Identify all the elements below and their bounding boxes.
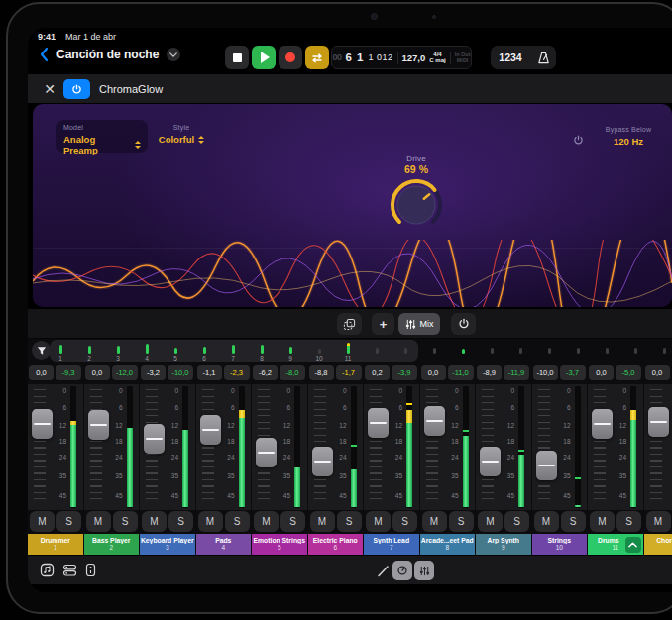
drive-knob[interactable] xyxy=(387,175,446,235)
chevron-up-icon[interactable] xyxy=(625,537,641,553)
duplicate-button[interactable] xyxy=(337,313,362,335)
track-name-tab[interactable]: Bass Player 2 xyxy=(84,534,140,555)
channel-volume-value[interactable]: -1,1 xyxy=(197,365,222,380)
mute-button[interactable]: M xyxy=(254,511,279,532)
fader-scale-label: 35 xyxy=(276,472,290,479)
channel-volume-value[interactable]: -8,9 xyxy=(477,365,502,380)
solo-button[interactable]: S xyxy=(225,511,250,532)
channel-navigator[interactable]: 1234567891011 xyxy=(28,339,672,362)
track-name-tab[interactable]: Emotion Strings 5 xyxy=(252,534,307,555)
style-selector[interactable]: Style Colorful xyxy=(150,120,213,153)
level-control[interactable]: Level 0.0 xyxy=(665,126,672,147)
solo-button[interactable]: S xyxy=(504,511,529,532)
model-selector[interactable]: Model Analog Preamp xyxy=(56,120,148,153)
fader-handle[interactable] xyxy=(200,415,221,445)
mixer-panel-button[interactable] xyxy=(414,561,434,580)
metronome-button[interactable] xyxy=(530,52,556,64)
fader-handle[interactable] xyxy=(88,410,109,440)
cycle-button[interactable] xyxy=(305,46,329,69)
solo-button[interactable]: S xyxy=(280,511,305,532)
channel-volume-value[interactable]: 0,2 xyxy=(365,365,390,380)
solo-button[interactable]: S xyxy=(616,511,641,532)
track-name-tab[interactable]: Arp Synth 9 xyxy=(476,534,531,555)
mixer-power-button[interactable] xyxy=(451,313,476,335)
filter-button[interactable] xyxy=(32,341,51,360)
play-icon xyxy=(261,52,270,63)
solo-button[interactable]: S xyxy=(449,511,474,532)
navigator-channel-meter xyxy=(548,348,552,354)
channel-volume-value[interactable]: 0,0 xyxy=(85,365,110,380)
mute-button[interactable]: M xyxy=(198,511,223,532)
channel-volume-value[interactable]: 0,0 xyxy=(421,365,446,380)
channel-volume-value[interactable]: -3,2 xyxy=(141,365,166,380)
fader-handle[interactable] xyxy=(592,409,613,439)
sliders-icon xyxy=(405,319,416,330)
fader-handle[interactable] xyxy=(312,447,333,476)
track-name-tab[interactable]: Electric Piano 6 xyxy=(308,534,364,555)
fader-handle[interactable] xyxy=(424,406,445,436)
mute-button[interactable]: M xyxy=(142,511,167,532)
mute-button[interactable]: M xyxy=(366,511,391,532)
plugin-power-button[interactable] xyxy=(63,79,90,99)
channel-volume-value[interactable]: 0,0 xyxy=(645,365,670,380)
channel-volume-value[interactable]: -8,8 xyxy=(309,365,334,380)
solo-button[interactable]: S xyxy=(392,511,417,532)
mute-button[interactable]: M xyxy=(310,511,335,532)
pencil-button[interactable] xyxy=(377,564,390,581)
count-in-button[interactable]: 1234 xyxy=(491,52,530,63)
track-name-tab[interactable]: Arcade...eet Pad 8 xyxy=(420,534,476,555)
fader-handle[interactable] xyxy=(536,451,557,480)
solo-button[interactable]: S xyxy=(561,511,586,532)
song-title-group[interactable]: Canción de noche xyxy=(40,47,180,62)
mute-button[interactable]: M xyxy=(646,511,671,532)
fader-handle[interactable] xyxy=(32,409,53,439)
channel-peak-value: -10,0 xyxy=(168,365,193,380)
channel-volume-value[interactable]: 0,0 xyxy=(29,365,54,380)
bypass-power-button[interactable] xyxy=(573,132,584,150)
channel-volume-value[interactable]: -6,2 xyxy=(253,365,278,380)
track-name-tab[interactable]: Chorus V xyxy=(644,534,672,555)
mute-button[interactable]: M xyxy=(30,511,55,532)
meter-fill xyxy=(575,505,581,507)
fader-handle[interactable] xyxy=(144,424,165,454)
fader-handle[interactable] xyxy=(256,438,277,467)
play-button[interactable] xyxy=(252,46,276,69)
smart-controls-button[interactable] xyxy=(392,561,412,580)
channel-volume-value[interactable]: -10,0 xyxy=(533,365,558,380)
stop-button[interactable] xyxy=(225,46,249,69)
connector-button[interactable] xyxy=(85,563,96,581)
mix-view-button[interactable]: Mix xyxy=(398,313,440,335)
channel-peak-value: -5,0 xyxy=(616,365,641,380)
solo-button[interactable]: S xyxy=(113,511,138,532)
fader-handle[interactable] xyxy=(480,447,501,476)
plugins-button[interactable] xyxy=(62,563,77,581)
track-name-tab[interactable]: Strings 10 xyxy=(532,534,588,555)
back-chevron-icon[interactable] xyxy=(40,47,49,62)
lcd-display[interactable]: 00 6 1 1 012 127,0 4/4 C maj In Out MIDI xyxy=(331,46,472,69)
track-name-tab[interactable]: Pads 4 xyxy=(196,534,252,555)
fader-handle[interactable] xyxy=(368,408,389,438)
solo-button[interactable]: S xyxy=(337,511,362,532)
mute-button[interactable]: M xyxy=(86,511,111,532)
song-menu-button[interactable] xyxy=(167,48,180,61)
track-name-tab[interactable]: Drummer 1 xyxy=(28,534,83,555)
close-plugin-button[interactable]: ✕ xyxy=(40,79,59,99)
track-name-tab[interactable]: Keyboard Player 3 xyxy=(140,534,195,555)
fader-scale-label: 6 xyxy=(164,404,178,411)
mute-button[interactable]: M xyxy=(534,511,559,532)
mute-button[interactable]: M xyxy=(590,511,615,532)
record-button[interactable] xyxy=(279,46,302,69)
solo-button[interactable]: S xyxy=(56,511,81,532)
add-track-button[interactable]: + xyxy=(372,313,394,335)
bypass-below-control[interactable]: Bypass Below 120 Hz xyxy=(596,126,661,147)
mute-button[interactable]: M xyxy=(422,511,447,532)
fader-scale-label: 12 xyxy=(444,422,459,429)
track-name-tab[interactable]: Synth Lead 7 xyxy=(364,534,419,555)
chromaglow-panel: Model Analog Preamp Style Colorful xyxy=(33,104,672,307)
channel-volume-value[interactable]: 0,0 xyxy=(589,365,614,380)
fader-handle[interactable] xyxy=(648,407,669,437)
mute-button[interactable]: M xyxy=(478,511,503,532)
loops-browser-button[interactable] xyxy=(40,563,55,581)
solo-button[interactable]: S xyxy=(168,511,193,532)
track-name-tab[interactable]: Drums 11 xyxy=(588,534,643,555)
